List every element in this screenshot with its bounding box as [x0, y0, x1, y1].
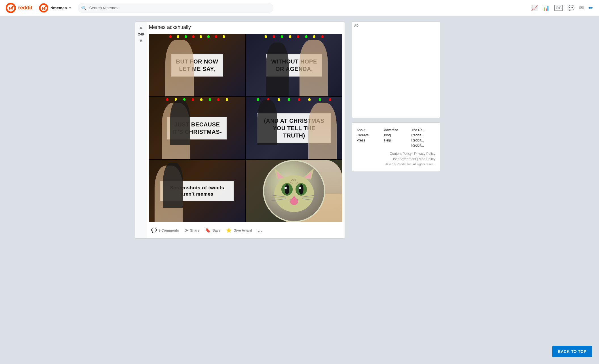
search-icon: 🔍: [81, 5, 87, 10]
cat-overlay: [263, 160, 325, 222]
ad-box: AD: [352, 22, 440, 118]
footer-col-2: Advertise Blog Help: [384, 127, 408, 148]
subreddit-avatar: [39, 3, 48, 12]
meme-panel-3: JUST BECAUSEIT'S CHRISTMAS-: [149, 97, 245, 159]
share-icon: ➤: [185, 228, 188, 233]
chart-icon[interactable]: 📊: [543, 5, 550, 11]
meme-image-grid: BUT FOR NOWLET ME SAY,: [149, 34, 342, 222]
meme-panel-2: WITHOUT HOPEOR AGENDA,: [246, 34, 342, 96]
post-inner: ▲ 248 ▼ Memes ackshually: [135, 22, 345, 238]
comments-button[interactable]: 💬 9 Comments: [149, 226, 181, 235]
comments-label: 9 Comments: [159, 228, 179, 232]
chat-icon[interactable]: 💬: [568, 5, 575, 11]
svg-point-22: [299, 184, 303, 194]
footer-link-press[interactable]: Press: [357, 138, 365, 142]
sign-holder-1: BUT FOR NOWLET ME SAY,: [165, 34, 229, 96]
svg-point-12: [45, 5, 47, 7]
footer-link-re1[interactable]: The Re...: [411, 128, 425, 132]
meme-panel-5: Screenshots of tweets aren't memes: [149, 160, 245, 222]
sign-holder-3: JUST BECAUSEIT'S CHRISTMAS-: [162, 97, 233, 159]
footer-col-3: The Re... Reddit... Reddit... Reddit...: [411, 127, 435, 148]
share-label: Share: [190, 228, 199, 232]
post-actions: 💬 9 Comments ➤ Share 🔖 Save ⭐ Give Award: [149, 225, 342, 236]
save-icon: 🔖: [205, 228, 211, 233]
sign-holder-2: WITHOUT HOPEOR AGENDA,: [260, 34, 328, 96]
search-input[interactable]: [78, 3, 273, 13]
vote-column: ▲ 248 ▼: [135, 22, 147, 238]
user-agreement-link[interactable]: User Agreement: [392, 157, 416, 161]
save-button[interactable]: 🔖 Save: [203, 226, 223, 235]
footer-legal-line3: © 2018 Reddit, Inc. All rights reser...: [357, 162, 435, 167]
mod-policy-link[interactable]: Mod Policy: [419, 157, 435, 161]
sign-holder-4: (AND AT CHRISTMASYOU TELL THE TRUTH): [252, 97, 337, 159]
reddit-logo-icon: [6, 3, 16, 13]
cat-face-svg: [269, 165, 320, 216]
privacy-policy-link[interactable]: Privacy Policy: [414, 152, 435, 156]
more-options-button[interactable]: ...: [256, 226, 264, 235]
subreddit-selector[interactable]: r/memes ▾: [37, 2, 73, 14]
mail-icon[interactable]: ✉: [579, 5, 584, 11]
more-icon: ...: [258, 227, 262, 233]
subreddit-name: r/memes: [50, 6, 67, 10]
right-sidebar: AD About Careers Press Advertise Blog He…: [352, 22, 440, 239]
post-container: ▲ 248 ▼ Memes ackshually: [135, 22, 345, 239]
sign-holder-5: Screenshots of tweets aren't memes: [155, 160, 240, 222]
footer-legal-line1: Content Policy | Privacy Policy: [357, 151, 435, 156]
share-button[interactable]: ➤ Share: [182, 226, 202, 235]
footer-link-advertise[interactable]: Advertise: [384, 128, 398, 132]
oc-icon[interactable]: OC: [554, 5, 563, 11]
svg-point-24: [299, 187, 301, 189]
svg-point-21: [285, 184, 289, 194]
give-award-label: Give Award: [233, 228, 252, 232]
meme-panel-4: (AND AT CHRISTMASYOU TELL THE TRUTH): [246, 97, 342, 159]
footer-link-about[interactable]: About: [357, 128, 365, 132]
header-actions: 📈 📊 OC 💬 ✉ ✏: [531, 5, 593, 11]
content-policy-link[interactable]: Content Policy: [390, 152, 412, 156]
main-layout: ▲ 248 ▼ Memes ackshually: [129, 16, 470, 244]
upvote-button[interactable]: ▲: [138, 24, 144, 31]
footer-link-re3[interactable]: Reddit...: [411, 138, 424, 142]
vote-count: 248: [138, 32, 144, 36]
trending-icon[interactable]: 📈: [531, 5, 538, 11]
footer-link-blog[interactable]: Blog: [384, 133, 391, 137]
footer-links: About Careers Press Advertise Blog Help …: [352, 122, 440, 172]
footer-legal-line2: User Agreement | Mod Policy: [357, 156, 435, 162]
footer-link-careers[interactable]: Careers: [357, 133, 369, 137]
ad-label: AD: [354, 24, 438, 27]
svg-point-1: [7, 4, 14, 11]
footer-col-1: About Careers Press: [357, 127, 381, 148]
pen-icon[interactable]: ✏: [589, 5, 593, 11]
search-bar: 🔍: [78, 3, 273, 13]
footer-link-grid: About Careers Press Advertise Blog Help …: [357, 127, 435, 148]
svg-point-26: [290, 198, 298, 205]
svg-point-23: [284, 187, 287, 189]
chevron-down-icon: ▾: [69, 6, 71, 10]
award-icon: ⭐: [226, 228, 232, 233]
post-title: Memes ackshually: [149, 24, 342, 31]
comments-icon: 💬: [151, 228, 157, 233]
meme-panel-6: [246, 160, 342, 222]
post-content: Memes ackshually: [147, 22, 345, 238]
header: reddit r/memes ▾ 🔍 📈 📊 OC 💬 ✉ ✏: [0, 0, 599, 16]
footer-link-re4[interactable]: Reddit...: [411, 143, 424, 147]
give-award-button[interactable]: ⭐ Give Award: [224, 226, 254, 235]
reddit-wordmark: reddit: [18, 5, 32, 11]
footer-link-help[interactable]: Help: [384, 138, 391, 142]
back-to-top-button[interactable]: BACK TO TOP: [552, 346, 592, 357]
footer-legal: Content Policy | Privacy Policy User Agr…: [357, 151, 435, 167]
footer-link-re2[interactable]: Reddit...: [411, 133, 424, 137]
meme-panel-1: BUT FOR NOWLET ME SAY,: [149, 34, 245, 96]
save-label: Save: [212, 228, 220, 232]
downvote-button[interactable]: ▼: [138, 37, 144, 45]
logo-area[interactable]: reddit: [6, 3, 32, 13]
